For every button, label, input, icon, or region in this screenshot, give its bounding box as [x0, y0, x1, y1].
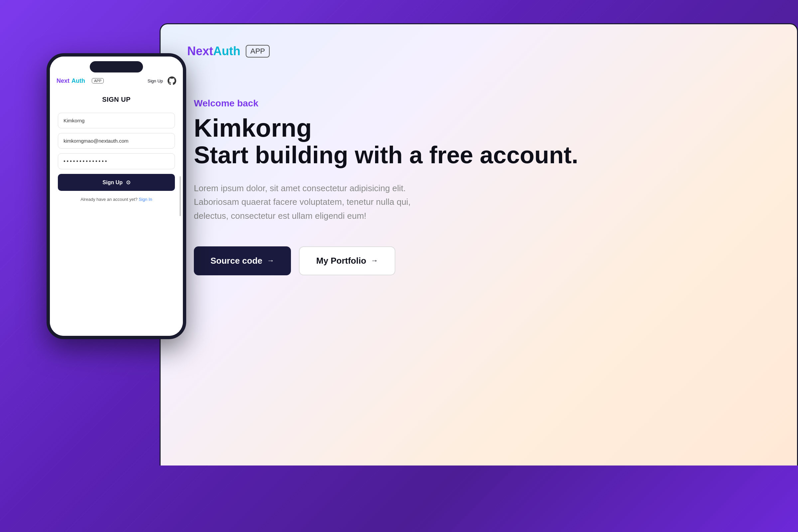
- desktop-navbar: Next Auth APP: [187, 44, 771, 58]
- phone-app-badge: APP: [92, 78, 104, 83]
- name-input[interactable]: [58, 113, 175, 128]
- phone-logo-next: Next: [57, 77, 70, 84]
- github-icon[interactable]: [168, 76, 176, 85]
- phone-form-area: SIGN UP Sign Up ⊙ Already have an accoun…: [50, 89, 183, 336]
- phone-signup-nav-button[interactable]: Sign Up: [148, 78, 163, 83]
- phone-inner: Next Auth APP Sign Up SIGN UP Sign Up: [50, 57, 183, 336]
- signin-link[interactable]: Sign In: [139, 197, 152, 202]
- password-input[interactable]: [58, 153, 175, 169]
- source-code-button[interactable]: Source code →: [194, 246, 291, 275]
- desktop-mockup: Next Auth APP Welcome back Kimkorng Star…: [159, 23, 798, 466]
- desktop-hero: Welcome back Kimkorng Start building wit…: [187, 98, 771, 275]
- portfolio-arrow: →: [371, 256, 378, 265]
- logo-auth: Auth: [213, 44, 241, 58]
- desktop-logo: Next Auth: [187, 44, 241, 58]
- hero-name: Kimkorng: [194, 114, 771, 142]
- volume-up-button: [46, 110, 47, 133]
- portfolio-button[interactable]: My Portfolio →: [299, 246, 395, 275]
- welcome-text: Welcome back: [194, 98, 771, 109]
- hero-description: Lorem ipsum dolor, sit amet consectetur …: [194, 182, 446, 223]
- logo-next: Next: [187, 44, 213, 58]
- app-badge: APP: [246, 45, 270, 58]
- phone-logo: Next Auth APP: [57, 77, 104, 84]
- signup-submit-button[interactable]: Sign Up ⊙: [58, 174, 175, 191]
- phone-mockup: Next Auth APP Sign Up SIGN UP Sign Up: [46, 53, 186, 339]
- volume-down-button: [46, 140, 47, 163]
- source-code-label: Source code: [210, 256, 262, 266]
- signup-arrow-icon: ⊙: [126, 179, 130, 186]
- form-title: SIGN UP: [58, 96, 175, 103]
- email-input[interactable]: [58, 133, 175, 149]
- hero-subtitle: Start building with a free account.: [194, 142, 771, 168]
- phone-nav-right: Sign Up: [148, 76, 176, 85]
- portfolio-label: My Portfolio: [316, 256, 366, 266]
- dynamic-island: [90, 61, 143, 73]
- signup-submit-label: Sign Up: [102, 179, 122, 186]
- signin-prompt-text: Already have an account yet? Sign In: [58, 197, 175, 202]
- power-button: [186, 123, 186, 156]
- hero-buttons: Source code → My Portfolio →: [194, 246, 771, 275]
- phone-logo-auth: Auth: [72, 77, 85, 84]
- source-code-arrow: →: [267, 256, 274, 265]
- phone-scrollbar: [179, 176, 181, 216]
